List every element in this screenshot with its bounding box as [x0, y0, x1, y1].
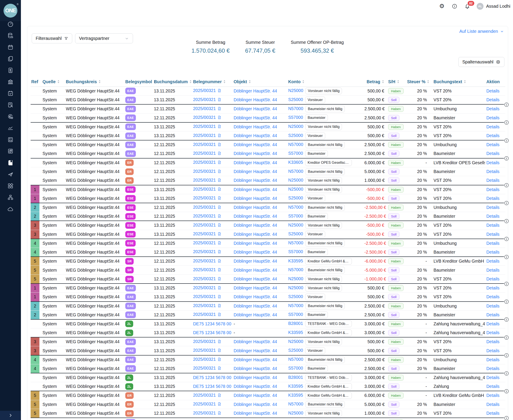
column-select-button[interactable]: Spaltenauswahl	[458, 57, 505, 67]
info-icon[interactable]	[504, 201, 509, 206]
sidebar-item-cloud[interactable]	[0, 203, 21, 215]
info-icon[interactable]	[504, 389, 509, 394]
document-icon[interactable]	[217, 339, 221, 345]
belegnummer-link[interactable]: 2025/00321	[193, 115, 216, 120]
details-link[interactable]: Details	[486, 106, 499, 111]
objekt-link[interactable]: Döblinger HauptStr. 44	[234, 259, 277, 263]
details-link[interactable]: Details	[486, 124, 499, 129]
sidebar-item-contracts[interactable]	[0, 99, 21, 111]
document-icon[interactable]	[217, 241, 221, 246]
column-header-kreis[interactable]: Buchungskreis	[65, 77, 123, 87]
info-icon[interactable]	[504, 237, 509, 241]
objekt-link[interactable]: Döblinger HauptStr. 44	[234, 178, 277, 183]
document-icon[interactable]	[217, 169, 221, 175]
column-header-steuer[interactable]: Steuer %	[406, 77, 430, 87]
objekt-link[interactable]: Döblinger HauptStr. 44	[234, 375, 277, 380]
details-link[interactable]: Details	[486, 169, 499, 174]
details-link[interactable]: Details	[486, 277, 499, 281]
konto-link[interactable]: N57000	[288, 402, 303, 406]
info-icon[interactable]	[504, 183, 509, 188]
belegnummer-link[interactable]: 2025/00321	[193, 285, 216, 290]
belegnummer-link[interactable]: DE75 1234 5678 000...	[193, 375, 231, 380]
document-icon[interactable]	[217, 304, 221, 309]
belegnummer-link[interactable]: 2025/00321	[193, 142, 216, 147]
details-link[interactable]: Details	[486, 205, 499, 210]
belegnummer-link[interactable]: 2025/00321	[193, 214, 216, 218]
sidebar-item-calendar[interactable]	[0, 41, 21, 53]
details-link[interactable]: Details	[486, 357, 499, 362]
document-icon[interactable]	[217, 142, 221, 148]
apply-to-list-link[interactable]: Auf Liste anwenden	[459, 29, 504, 34]
document-icon[interactable]	[217, 115, 221, 121]
document-icon[interactable]	[217, 286, 221, 291]
details-link[interactable]: Details	[486, 312, 499, 317]
belegnummer-link[interactable]: 2025/00321	[193, 411, 216, 415]
info-icon[interactable]	[504, 102, 509, 107]
konto-link[interactable]: K33595	[288, 393, 303, 398]
details-link[interactable]: Details	[486, 151, 499, 156]
objekt-link[interactable]: Döblinger HauptStr. 44	[234, 205, 277, 210]
document-icon[interactable]	[217, 151, 221, 157]
konto-link[interactable]: S57000	[288, 366, 303, 371]
details-link[interactable]: Details	[486, 285, 499, 290]
konto-link[interactable]: S57000	[288, 214, 303, 218]
belegnummer-link[interactable]: 2025/00321	[193, 348, 216, 353]
column-header-datum[interactable]: Buchungsdatum	[150, 77, 189, 87]
sidebar-item-evaluations[interactable]	[0, 145, 21, 157]
info-icon[interactable]	[504, 255, 509, 259]
objekt-link[interactable]: Döblinger HauptStr. 44	[234, 232, 277, 237]
details-link[interactable]: Details	[486, 196, 499, 201]
info-icon[interactable]	[504, 335, 509, 340]
konto-link[interactable]: N57000	[288, 142, 303, 147]
document-icon[interactable]	[217, 277, 221, 282]
belegnummer-link[interactable]: 2025/00321	[193, 195, 216, 200]
belegnummer-link[interactable]: 2025/00321	[193, 97, 216, 102]
konto-link[interactable]: N57000	[288, 303, 303, 308]
konto-link[interactable]: K33595	[288, 258, 303, 263]
details-link[interactable]: Details	[486, 223, 499, 228]
column-header-num[interactable]: Belegnummer	[189, 77, 231, 87]
objekt-link[interactable]: Döblinger HauptStr. 44	[234, 294, 277, 299]
details-link[interactable]: Details	[486, 142, 499, 147]
konto-link[interactable]: N57000	[288, 240, 303, 245]
sidebar-item-tasks[interactable]	[0, 88, 21, 99]
help-button[interactable]	[451, 3, 458, 10]
belegnummer-link[interactable]: 2025/00321	[193, 357, 216, 362]
objekt-link[interactable]: Döblinger HauptStr. 44	[234, 312, 277, 317]
details-link[interactable]: Details	[486, 366, 499, 371]
konto-link[interactable]: K33605	[288, 160, 303, 165]
konto-link[interactable]: B28001	[288, 321, 303, 326]
info-icon[interactable]	[504, 281, 509, 286]
document-icon[interactable]	[217, 124, 221, 130]
document-icon[interactable]	[217, 160, 221, 165]
user-menu[interactable]: AL Assad Lodhi	[477, 3, 510, 10]
document-icon[interactable]	[217, 348, 221, 353]
sidebar-item-structure[interactable]	[0, 192, 21, 203]
belegnummer-link[interactable]: 2025/00321	[193, 258, 216, 263]
sidebar-item-dashboard[interactable]	[0, 18, 21, 30]
konto-link[interactable]: N57000	[288, 106, 303, 111]
konto-link[interactable]: N57000	[288, 357, 303, 362]
document-icon[interactable]	[217, 223, 221, 228]
details-link[interactable]: Details	[486, 330, 499, 335]
objekt-link[interactable]: Döblinger HauptStr. 44	[234, 250, 277, 255]
details-link[interactable]: Details	[486, 187, 499, 192]
objekt-link[interactable]: Döblinger HauptStr. 44	[234, 348, 277, 353]
objekt-link[interactable]: Döblinger HauptStr. 44	[234, 124, 277, 129]
document-icon[interactable]	[217, 312, 221, 318]
details-link[interactable]: Details	[486, 339, 499, 344]
settings-button[interactable]: ⚙	[438, 3, 445, 10]
belegnummer-link[interactable]: 2025/00321	[193, 393, 216, 398]
info-icon[interactable]	[504, 299, 509, 304]
details-link[interactable]: Details	[486, 89, 499, 93]
objekt-link[interactable]: Döblinger HauptStr. 44	[234, 106, 277, 111]
details-link[interactable]: Details	[486, 133, 499, 138]
details-link[interactable]: Details	[486, 214, 499, 218]
konto-link[interactable]: N25000	[288, 339, 303, 344]
konto-link[interactable]: N25000	[288, 88, 303, 93]
belegnummer-link[interactable]: 2025/00321	[193, 124, 216, 129]
konto-link[interactable]: N57000	[288, 205, 303, 210]
details-link[interactable]: Details	[486, 259, 499, 263]
sidebar-item-accounting[interactable]	[0, 134, 21, 145]
column-header-quelle[interactable]: Quelle	[39, 77, 65, 87]
